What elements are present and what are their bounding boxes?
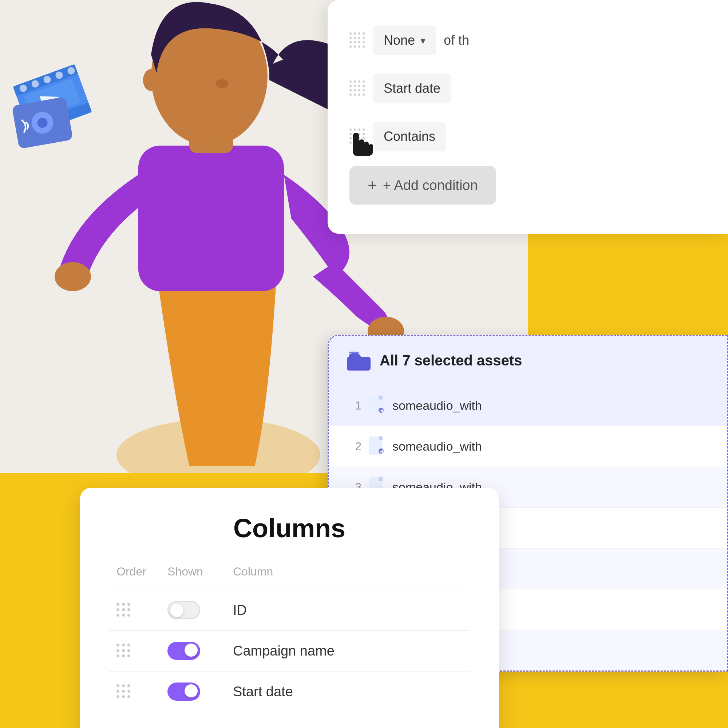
start-date-label: Start date: [384, 81, 440, 96]
asset-name-1: someaudio_with: [392, 399, 482, 413]
svg-text:◀: ◀: [380, 449, 383, 453]
column-row-id: ID: [109, 590, 470, 631]
asset-header: All 7 selected assets: [329, 336, 727, 385]
toggle-id[interactable]: [167, 601, 200, 619]
svg-rect-32: [379, 477, 382, 481]
start-date-dropdown[interactable]: Start date: [373, 73, 451, 103]
svg-text:◀: ◀: [380, 408, 383, 412]
contains-label: Contains: [384, 129, 435, 144]
toggle-thumb-campaign: [185, 644, 198, 657]
filter-panel: None ▾ of th Start date: [327, 0, 728, 234]
drag-handle-campaign[interactable]: [116, 644, 167, 658]
column-label-campaign: Campaign name: [233, 643, 462, 659]
svg-rect-28: [379, 436, 382, 440]
contains-dropdown[interactable]: Contains: [373, 122, 446, 151]
audio-file-icon-1: ◀: [369, 396, 385, 416]
plus-icon: +: [368, 176, 377, 194]
shown-header: Shown: [167, 565, 233, 578]
drag-handle-2[interactable]: [349, 80, 366, 96]
drag-handle-startdate[interactable]: [116, 684, 167, 699]
asset-header-text: All 7 selected assets: [380, 352, 522, 369]
drag-handle-1[interactable]: [349, 32, 366, 48]
none-label: None: [384, 33, 415, 48]
column-row-startdate: Start date: [109, 671, 470, 712]
svg-point-7: [143, 69, 159, 91]
chevron-down-icon: ▾: [421, 35, 425, 47]
folder-icon: [347, 350, 370, 370]
columns-header: Order Shown Column: [109, 565, 470, 586]
list-item[interactable]: 1 ◀ someaudio_with: [329, 385, 727, 426]
list-item[interactable]: 2 ◀ someaudio_with: [329, 426, 727, 466]
toggle-thumb-id: [170, 604, 184, 617]
column-label-startdate: Start date: [233, 684, 462, 700]
column-label-id: ID: [233, 603, 462, 618]
asset-number-1: 1: [347, 399, 361, 412]
columns-title: Columns: [109, 513, 470, 543]
filter-row-1: None ▾ of th: [349, 22, 706, 59]
svg-point-6: [216, 80, 229, 88]
filter-row-3: Contains: [349, 118, 706, 155]
filter-row-2: Start date: [349, 70, 706, 107]
drag-handle-3[interactable]: [349, 128, 366, 145]
columns-panel: Columns Order Shown Column ID: [80, 488, 499, 728]
asset-number-2: 2: [347, 440, 361, 453]
toggle-startdate[interactable]: [167, 682, 200, 701]
add-condition-label: + Add condition: [383, 177, 478, 193]
toggle-campaign[interactable]: [167, 642, 200, 660]
none-dropdown[interactable]: None ▾: [373, 26, 436, 55]
toggle-thumb-startdate: [185, 684, 198, 697]
of-the-label: of th: [444, 33, 469, 48]
column-row-campaign: Campaign name: [109, 631, 470, 671]
asset-name-2: someaudio_with: [392, 439, 482, 454]
column-header: Column: [233, 565, 462, 578]
add-condition-button[interactable]: + + Add condition: [349, 166, 496, 205]
svg-rect-24: [379, 396, 382, 399]
svg-point-3: [55, 262, 91, 291]
svg-rect-1: [138, 145, 284, 291]
drag-handle-id[interactable]: [116, 603, 167, 617]
order-header: Order: [116, 565, 167, 578]
audio-file-icon-2: ◀: [369, 436, 385, 456]
